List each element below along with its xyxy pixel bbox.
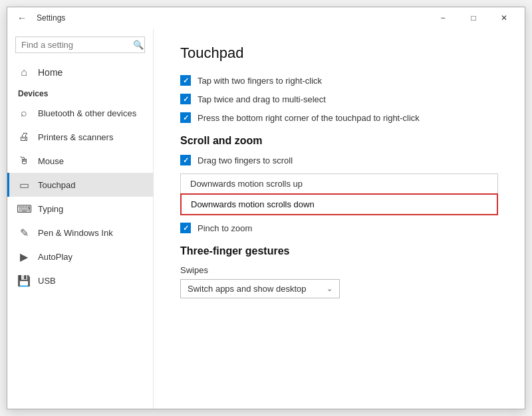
chevron-down-icon: ⌄ [327,284,332,293]
content-area: 🔍 ⌂ Home Devices ⌕ Bluetooth & other dev… [7,29,525,409]
mouse-icon: 🖱 [18,155,30,167]
touchpad-icon: ▭ [18,179,30,191]
pinch-label: Pinch to zoom [198,223,252,233]
two-finger-click-label: Tap with two fingers to right-click [198,76,322,86]
drag-scroll-checkbox[interactable] [180,155,191,165]
main-content: Touchpad Tap with two fingers to right-c… [154,29,525,409]
swipes-dropdown[interactable]: Switch apps and show desktop ⌄ [180,279,340,298]
double-tap-label: Tap twice and drag to multi-select [198,94,326,104]
drag-scroll-row: Drag two fingers to scroll [180,155,498,165]
search-icon: 🔍 [133,40,144,50]
sidebar-item-touchpad[interactable]: ▭ Touchpad [7,173,153,197]
home-icon: ⌂ [18,66,30,78]
sidebar-item-home[interactable]: ⌂ Home [7,61,153,84]
three-finger-heading: Three-finger gestures [180,245,498,257]
sidebar-item-label: Typing [38,204,63,214]
two-finger-click-checkbox[interactable] [180,75,191,86]
bottom-right-label: Press the bottom right corner of the tou… [198,113,420,123]
sidebar-section-label: Devices [7,84,153,101]
double-tap-checkbox[interactable] [180,94,191,104]
window-title: Settings [37,13,428,23]
sidebar-item-label: AutoPlay [38,252,72,262]
swipes-value: Switch apps and show desktop [188,284,307,294]
minimize-button[interactable]: − [428,7,458,29]
sidebar-item-label: Touchpad [38,180,75,190]
usb-icon: 💾 [18,274,30,286]
pinch-checkbox[interactable] [180,223,191,233]
swipes-container: Swipes Switch apps and show desktop ⌄ [180,265,498,298]
search-box[interactable]: 🔍 [15,37,145,53]
two-finger-click-row: Tap with two fingers to right-click [180,75,498,86]
sidebar-item-label: Mouse [38,156,64,166]
typing-icon: ⌨ [18,203,30,215]
titlebar: ← Settings − □ ✕ [7,7,525,29]
sidebar-item-bluetooth[interactable]: ⌕ Bluetooth & other devices [7,101,153,125]
scroll-options-group: Downwards motion scrolls up Downwards mo… [180,173,498,215]
sidebar-item-label: Pen & Windows Ink [38,228,113,238]
sidebar-item-label: Printers & scanners [38,132,113,142]
drag-scroll-label: Drag two fingers to scroll [198,156,293,165]
autoplay-icon: ▶ [18,251,30,262]
sidebar-item-typing[interactable]: ⌨ Typing [7,197,153,221]
sidebar-item-mouse[interactable]: 🖱 Mouse [7,149,153,173]
pinch-row: Pinch to zoom [180,223,498,233]
sidebar-item-label: Bluetooth & other devices [38,108,136,118]
sidebar-item-label: USB [38,276,56,286]
scroll-zoom-heading: Scroll and zoom [180,135,498,147]
sidebar-item-autoplay[interactable]: ▶ AutoPlay [7,245,153,268]
bottom-right-checkbox[interactable] [180,112,191,123]
pen-icon: ✎ [18,227,30,239]
search-input[interactable] [21,40,133,50]
scroll-down-option[interactable]: Downwards motion scrolls down [180,193,498,215]
sidebar: 🔍 ⌂ Home Devices ⌕ Bluetooth & other dev… [7,29,154,409]
bottom-right-row: Press the bottom right corner of the tou… [180,112,498,123]
home-label: Home [38,67,63,78]
page-title: Touchpad [180,45,498,62]
printer-icon: 🖨 [18,131,30,143]
double-tap-row: Tap twice and drag to multi-select [180,94,498,104]
scroll-up-option[interactable]: Downwards motion scrolls up [180,173,498,194]
sidebar-item-usb[interactable]: 💾 USB [7,268,153,292]
sidebar-item-pen[interactable]: ✎ Pen & Windows Ink [7,221,153,245]
settings-window: ← Settings − □ ✕ 🔍 ⌂ Home Devices ⌕ Blue… [7,7,525,409]
bluetooth-icon: ⌕ [18,107,30,119]
maximize-button[interactable]: □ [458,7,489,29]
back-button[interactable]: ← [13,9,31,27]
swipes-label: Swipes [180,265,498,275]
window-controls: − □ ✕ [428,7,519,29]
sidebar-item-printers[interactable]: 🖨 Printers & scanners [7,125,153,149]
close-button[interactable]: ✕ [489,7,519,29]
